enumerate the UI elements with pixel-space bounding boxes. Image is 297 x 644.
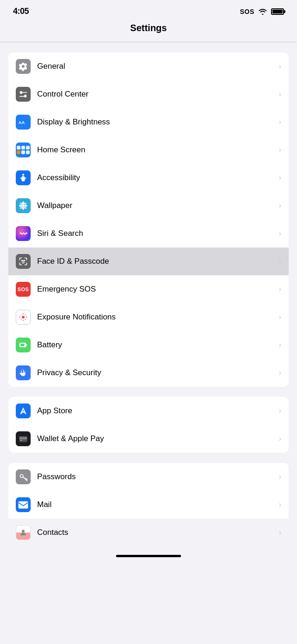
svg-point-22 — [26, 317, 27, 318]
passwords-chevron: › — [279, 473, 281, 481]
sos-indicator: SOS — [240, 8, 254, 15]
wallpaper-label: Wallpaper — [37, 201, 275, 210]
home-screen-icon — [16, 143, 31, 157]
svg-point-41 — [22, 530, 25, 533]
battery-icon — [16, 338, 31, 352]
siri-chevron: › — [279, 229, 281, 238]
settings-row-control-center[interactable]: Control Center › — [8, 80, 289, 108]
key-icon — [19, 472, 28, 481]
svg-point-35 — [20, 475, 23, 478]
settings-row-display[interactable]: AA Display & Brightness › — [8, 108, 289, 136]
privacy-icon — [16, 365, 31, 380]
exposure-label: Exposure Notifications — [37, 312, 275, 322]
mail-envelope-icon — [18, 501, 28, 509]
emergency-sos-chevron: › — [279, 285, 281, 293]
app-store-chevron: › — [279, 407, 281, 415]
svg-point-16 — [24, 260, 25, 261]
gear-icon — [19, 62, 28, 71]
svg-point-21 — [19, 317, 21, 318]
accessibility-chevron: › — [279, 174, 281, 182]
contacts-chevron: › — [279, 528, 281, 537]
svg-point-24 — [25, 314, 26, 315]
contacts-icon — [16, 525, 31, 540]
accessibility-label: Accessibility — [37, 173, 275, 182]
settings-row-accessibility[interactable]: Accessibility › — [8, 164, 289, 192]
mail-icon — [16, 497, 31, 512]
exposure-dots-icon — [18, 312, 29, 323]
display-label: Display & Brightness — [37, 117, 275, 127]
svg-point-18 — [22, 316, 25, 319]
settings-row-wallpaper[interactable]: Wallpaper › — [8, 192, 289, 220]
home-screen-label: Home Screen — [37, 145, 275, 155]
svg-rect-32 — [20, 440, 22, 441]
display-chevron: › — [279, 118, 281, 126]
svg-point-6 — [22, 205, 25, 207]
svg-point-19 — [23, 313, 24, 315]
app-store-icon — [16, 403, 31, 418]
settings-row-passwords[interactable]: Passwords › — [8, 463, 289, 491]
app-store-label: App Store — [37, 406, 275, 416]
settings-row-battery[interactable]: Battery › — [8, 331, 289, 359]
svg-rect-31 — [19, 438, 27, 439]
settings-row-emergency-sos[interactable]: SOS Emergency SOS › — [8, 275, 289, 303]
exposure-chevron: › — [279, 313, 281, 321]
toggles-icon — [19, 90, 28, 99]
aa-icon: AA — [18, 117, 28, 127]
svg-point-15 — [22, 260, 23, 261]
svg-point-25 — [20, 319, 21, 319]
face-id-label: Face ID & Passcode — [37, 257, 275, 266]
svg-text:AA: AA — [19, 120, 25, 125]
face-id-icon — [16, 254, 31, 269]
wallet-chevron: › — [279, 435, 281, 443]
mail-chevron: › — [279, 501, 281, 509]
settings-row-mail[interactable]: Mail › — [8, 491, 289, 519]
siri-icon — [16, 226, 31, 241]
emergency-sos-label: Emergency SOS — [37, 285, 275, 294]
svg-rect-39 — [19, 501, 28, 508]
wallet-label: Wallet & Apple Pay — [37, 434, 275, 443]
wallet-card-icon — [19, 434, 28, 443]
page-title: Settings — [0, 20, 297, 42]
status-icons: SOS — [240, 8, 284, 15]
battery-label: Battery — [37, 340, 275, 350]
settings-row-face-id[interactable]: Face ID & Passcode › — [8, 247, 289, 275]
exposure-icon — [16, 310, 31, 325]
settings-row-app-store[interactable]: App Store › — [8, 397, 289, 425]
person-icon — [19, 528, 27, 537]
general-chevron: › — [279, 62, 281, 71]
control-center-label: Control Center — [37, 90, 275, 99]
appstore-a-icon — [19, 406, 28, 416]
general-label: General — [37, 62, 275, 71]
siri-label: Siri & Search — [37, 229, 275, 238]
emergency-sos-icon: SOS — [16, 282, 31, 297]
flower-icon — [19, 201, 28, 210]
settings-row-wallet[interactable]: Wallet & Apple Pay › — [8, 425, 289, 453]
control-center-icon — [16, 87, 31, 102]
battery-status-icon — [271, 8, 284, 15]
settings-row-home-screen[interactable]: Home Screen › — [8, 136, 289, 164]
svg-point-26 — [25, 319, 26, 319]
svg-line-38 — [26, 479, 27, 480]
status-bar: 4:05 SOS — [0, 0, 297, 20]
settings-row-contacts[interactable]: Contacts › — [8, 519, 289, 546]
settings-row-siri[interactable]: Siri & Search › — [8, 220, 289, 247]
privacy-chevron: › — [279, 369, 281, 377]
svg-point-23 — [20, 314, 21, 315]
wallpaper-chevron: › — [279, 202, 281, 210]
settings-row-exposure[interactable]: Exposure Notifications › — [8, 303, 289, 331]
wallet-icon — [16, 431, 31, 446]
settings-row-general[interactable]: General › — [8, 52, 289, 80]
home-screen-chevron: › — [279, 146, 281, 154]
passwords-label: Passwords — [37, 472, 275, 481]
svg-rect-0 — [20, 91, 23, 94]
battery-chevron: › — [279, 341, 281, 349]
svg-rect-29 — [26, 344, 27, 345]
control-center-chevron: › — [279, 90, 281, 98]
battery-cell-icon — [19, 340, 28, 350]
svg-rect-28 — [20, 344, 24, 346]
wifi-icon — [258, 8, 267, 15]
passwords-icon — [16, 469, 31, 484]
accessibility-icon — [16, 170, 31, 185]
status-time: 4:05 — [13, 7, 29, 16]
settings-row-privacy[interactable]: Privacy & Security › — [8, 359, 289, 387]
